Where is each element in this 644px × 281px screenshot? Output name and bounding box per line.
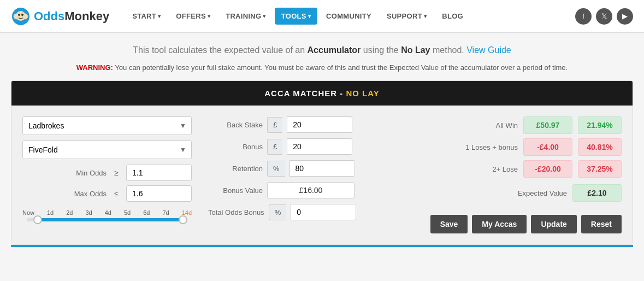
logo-monkey: Monkey bbox=[64, 9, 109, 23]
nav-offers[interactable]: OFFERS ▾ bbox=[169, 8, 217, 25]
one-lose-value: -£4.00 bbox=[523, 138, 572, 156]
tool-box: ACCA MATCHER - NO LAY Ladbrokes Bet365 W… bbox=[11, 80, 633, 245]
chevron-down-icon: ▾ bbox=[263, 13, 265, 19]
min-odds-label: Min Odds bbox=[68, 169, 107, 177]
all-win-pct: 21.94% bbox=[578, 116, 622, 134]
slider-label-4d: 4d bbox=[105, 209, 111, 216]
two-lose-pct: 37.25% bbox=[578, 160, 622, 178]
description-accumulator: Accumulator bbox=[308, 45, 361, 55]
slider-thumb-left[interactable] bbox=[33, 215, 42, 224]
back-stake-row: Back Stake £ bbox=[208, 116, 361, 133]
total-odds-bonus-input[interactable] bbox=[291, 204, 356, 220]
two-lose-value: -£20.00 bbox=[523, 160, 572, 178]
svg-point-4 bbox=[18, 14, 20, 16]
max-odds-symbol: ≤ bbox=[111, 189, 122, 198]
warning-text: WARNING: You can potentially lose your f… bbox=[11, 63, 633, 72]
fold-select[interactable]: Single Double Treble FourFold FiveFold S… bbox=[22, 140, 192, 159]
nav-tools[interactable]: TOOLS ▾ bbox=[275, 8, 317, 25]
bonus-value-label: Bonus Value bbox=[208, 186, 263, 195]
bonus-value-display: £16.00 bbox=[267, 182, 355, 198]
middle-panel: Back Stake £ Bonus £ Retention % Bonus V… bbox=[208, 116, 361, 233]
nav-start[interactable]: START ▾ bbox=[126, 8, 167, 25]
slider-label-5d: 5d bbox=[124, 209, 131, 216]
nav-community[interactable]: COMMUNITY bbox=[320, 8, 378, 25]
nav-support[interactable]: SUPPORT ▾ bbox=[380, 8, 433, 25]
nav-training[interactable]: TRAINING ▾ bbox=[219, 8, 273, 25]
slider-label-1d: 1d bbox=[47, 209, 54, 216]
bookmaker-select[interactable]: Ladbrokes Bet365 William Hill Coral Betf… bbox=[22, 116, 192, 135]
slider-track[interactable] bbox=[27, 218, 187, 221]
all-win-value: £50.97 bbox=[523, 116, 572, 134]
buttons-row: Save My Accas Update Reset bbox=[377, 215, 622, 233]
all-win-label: All Win bbox=[452, 121, 518, 130]
right-panel: All Win £50.97 21.94% 1 Loses + bonus -£… bbox=[377, 116, 622, 233]
max-odds-row: Max Odds ≤ bbox=[22, 185, 192, 202]
min-odds-row: Min Odds ≥ bbox=[22, 165, 192, 181]
fold-select-wrapper: Single Double Treble FourFold FiveFold S… bbox=[22, 140, 192, 159]
slider-label-2d: 2d bbox=[66, 209, 73, 216]
retention-label: Retention bbox=[208, 165, 263, 173]
chevron-down-icon: ▾ bbox=[208, 13, 210, 19]
total-odds-bonus-label: Total Odds Bonus bbox=[208, 208, 264, 216]
bonus-input[interactable] bbox=[287, 138, 352, 155]
slider-section: Now 1d 2d 3d 4d 5d 6d 7d 14d bbox=[22, 209, 192, 221]
bonus-label: Bonus bbox=[208, 143, 263, 151]
back-stake-input[interactable] bbox=[287, 116, 352, 133]
bookmaker-select-wrapper: Ladbrokes Bet365 William Hill Coral Betf… bbox=[22, 116, 192, 135]
facebook-icon[interactable]: f bbox=[575, 8, 592, 25]
min-odds-input[interactable] bbox=[126, 165, 192, 181]
left-panel: Ladbrokes Bet365 William Hill Coral Betf… bbox=[22, 116, 192, 233]
back-stake-label: Back Stake bbox=[208, 121, 263, 129]
tool-header: ACCA MATCHER - NO LAY bbox=[11, 81, 633, 106]
slider-labels: Now 1d 2d 3d 4d 5d 6d 7d 14d bbox=[22, 209, 192, 216]
chevron-down-icon: ▾ bbox=[424, 13, 427, 19]
save-button[interactable]: Save bbox=[430, 215, 468, 233]
svg-point-5 bbox=[21, 14, 23, 16]
main-nav: START ▾ OFFERS ▾ TRAINING ▾ TOOLS ▾ COMM… bbox=[126, 8, 575, 25]
bonus-value-row: Bonus Value £16.00 bbox=[208, 182, 361, 198]
two-lose-label: 2+ Lose bbox=[452, 165, 518, 173]
total-odds-bonus-prefix: % bbox=[269, 204, 287, 220]
one-lose-pct: 40.81% bbox=[578, 138, 622, 156]
logo-odds: Odds bbox=[34, 9, 64, 23]
one-lose-row: 1 Loses + bonus -£4.00 40.81% bbox=[377, 138, 622, 156]
chevron-down-icon: ▾ bbox=[308, 13, 311, 19]
monkey-icon bbox=[11, 7, 31, 26]
one-lose-label: 1 Loses + bonus bbox=[452, 143, 518, 151]
view-guide-link[interactable]: View Guide bbox=[466, 45, 511, 55]
all-win-row: All Win £50.97 21.94% bbox=[377, 116, 622, 134]
two-lose-row: 2+ Lose -£20.00 37.25% bbox=[377, 160, 622, 178]
expected-value-display: £2.10 bbox=[572, 184, 622, 202]
no-lay-label: NO LAY bbox=[346, 89, 379, 98]
description-nolay: No Lay bbox=[401, 45, 430, 55]
my-accas-button[interactable]: My Accas bbox=[472, 215, 527, 233]
expected-value-row: Expected Value £2.10 bbox=[377, 184, 622, 202]
max-odds-input[interactable] bbox=[126, 185, 192, 202]
main-content: This tool calculates the expected value … bbox=[0, 33, 644, 247]
expected-value-label: Expected Value bbox=[501, 189, 567, 197]
reset-button[interactable]: Reset bbox=[581, 215, 622, 233]
update-button[interactable]: Update bbox=[531, 215, 576, 233]
slider-label-6d: 6d bbox=[143, 209, 150, 216]
social-icons: f 𝕏 ▶ bbox=[575, 8, 633, 25]
twitter-icon[interactable]: 𝕏 bbox=[596, 8, 612, 25]
slider-thumb-right[interactable] bbox=[179, 215, 187, 224]
youtube-icon[interactable]: ▶ bbox=[617, 8, 633, 25]
tool-body: Ladbrokes Bet365 William Hill Coral Betf… bbox=[11, 106, 633, 244]
min-odds-symbol: ≥ bbox=[111, 168, 122, 177]
slider-fill bbox=[35, 218, 184, 221]
header: OddsMonkey START ▾ OFFERS ▾ TRAINING ▾ T… bbox=[0, 0, 644, 33]
bonus-prefix: £ bbox=[267, 139, 282, 155]
nav-blog[interactable]: BLOG bbox=[435, 8, 470, 25]
description: This tool calculates the expected value … bbox=[11, 44, 633, 57]
retention-row: Retention % bbox=[208, 160, 361, 177]
retention-prefix: % bbox=[267, 161, 285, 177]
slider-label-now: Now bbox=[22, 209, 34, 216]
retention-input[interactable] bbox=[289, 160, 355, 177]
logo[interactable]: OddsMonkey bbox=[11, 7, 109, 26]
chevron-down-icon: ▾ bbox=[158, 13, 161, 19]
slider-label-7d: 7d bbox=[162, 209, 169, 216]
back-stake-prefix: £ bbox=[267, 117, 282, 133]
bottom-border bbox=[11, 245, 633, 247]
bonus-row: Bonus £ bbox=[208, 138, 361, 155]
